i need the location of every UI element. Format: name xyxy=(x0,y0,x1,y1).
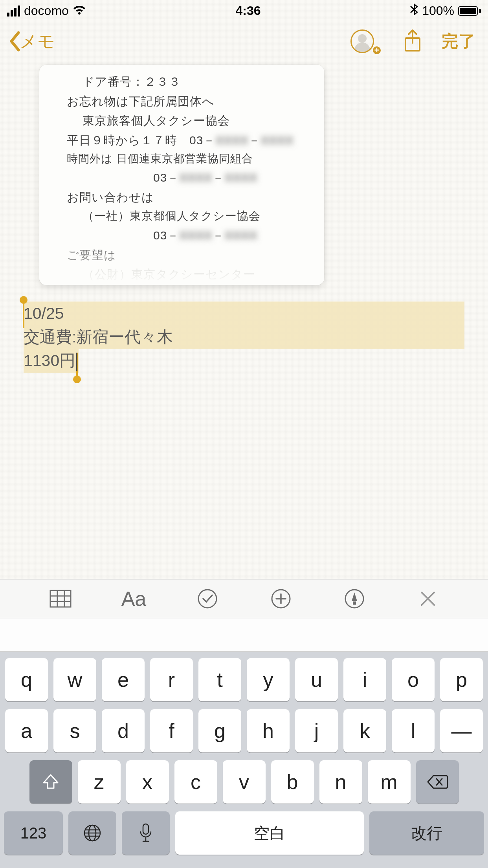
key-g[interactable]: g xyxy=(198,709,241,752)
text-caret xyxy=(76,353,77,371)
back-button[interactable]: メモ xyxy=(8,30,55,53)
key-r[interactable]: r xyxy=(150,658,193,701)
carrier-label: docomo xyxy=(24,4,69,18)
key-y[interactable]: y xyxy=(247,658,290,701)
receipt-line: 東京旅客個人タクシー協会 xyxy=(67,111,308,131)
keyboard-row: 123 空白 改行 xyxy=(4,811,484,855)
checklist-button[interactable] xyxy=(190,585,225,612)
share-person-button[interactable]: + xyxy=(345,29,380,53)
receipt-line: 03－XXXX－XXXX xyxy=(67,168,308,188)
receipt-line: ドア番号：２３３ xyxy=(67,72,308,92)
key-a[interactable]: a xyxy=(5,709,48,752)
keyboard-row: z x c v b n m xyxy=(4,760,484,804)
key-q[interactable]: q xyxy=(5,658,48,701)
note-line: 交通費:新宿ー代々木 xyxy=(24,325,464,349)
key-return[interactable]: 改行 xyxy=(369,811,484,855)
close-icon xyxy=(419,590,437,607)
battery-icon xyxy=(458,6,481,16)
receipt-line: （一社）東京都個人タクシー協会 xyxy=(67,207,308,226)
clock: 4:36 xyxy=(86,4,410,18)
selection-handle-end[interactable] xyxy=(73,375,81,383)
key-b[interactable]: b xyxy=(271,760,314,804)
key-dash[interactable]: — xyxy=(440,709,483,752)
globe-icon xyxy=(83,824,102,842)
key-dictation[interactable] xyxy=(122,811,170,855)
key-t[interactable]: t xyxy=(198,658,241,701)
close-toolbar-button[interactable] xyxy=(410,585,446,612)
key-backspace[interactable] xyxy=(416,760,459,804)
share-icon xyxy=(403,29,422,53)
table-icon xyxy=(50,590,72,608)
marker-circle-icon xyxy=(344,588,365,609)
plus-badge-icon: + xyxy=(372,45,382,55)
done-button[interactable]: 完了 xyxy=(442,30,476,52)
key-o[interactable]: o xyxy=(392,658,435,701)
key-e[interactable]: e xyxy=(102,658,145,701)
bluetooth-icon xyxy=(410,3,418,19)
share-button[interactable] xyxy=(395,29,430,53)
status-bar: docomo 4:36 100% xyxy=(0,0,488,22)
key-v[interactable]: v xyxy=(223,760,266,804)
chevron-left-icon xyxy=(8,31,21,51)
text-selection[interactable]: 10/25 交通費:新宿ー代々木 1130円 xyxy=(24,302,464,372)
key-s[interactable]: s xyxy=(53,709,96,752)
key-shift[interactable] xyxy=(29,760,72,804)
person-add-icon xyxy=(350,29,374,53)
key-n[interactable]: n xyxy=(319,760,362,804)
key-j[interactable]: j xyxy=(295,709,338,752)
shift-icon xyxy=(42,773,59,791)
receipt-line: 03－XXXX－XXXX xyxy=(67,226,308,245)
key-l[interactable]: l xyxy=(392,709,435,752)
plus-circle-icon xyxy=(271,588,291,609)
battery-percentage: 100% xyxy=(422,4,454,18)
keyboard-row: q w e r t y u i o p xyxy=(4,658,484,701)
key-m[interactable]: m xyxy=(368,760,411,804)
sketch-button[interactable] xyxy=(337,585,372,612)
key-h[interactable]: h xyxy=(247,709,290,752)
text-format-button[interactable]: Aa xyxy=(116,585,152,612)
keyboard-row: a s d f g h j k l — xyxy=(4,709,484,752)
key-w[interactable]: w xyxy=(53,658,96,701)
format-toolbar: Aa xyxy=(0,579,488,618)
note-editor[interactable]: ドア番号：２３３ お忘れ物は下記所属団体へ 東京旅客個人タクシー協会 平日９時か… xyxy=(0,65,488,579)
receipt-line: お問い合わせは xyxy=(67,188,308,207)
cellular-signal-icon xyxy=(7,6,20,17)
nav-bar: メモ + 完了 xyxy=(0,22,488,65)
svg-rect-8 xyxy=(143,824,149,834)
key-u[interactable]: u xyxy=(295,658,338,701)
svg-rect-5 xyxy=(353,601,356,605)
key-k[interactable]: k xyxy=(343,709,386,752)
keyboard: q w e r t y u i o p a s d f g h j k l — … xyxy=(0,652,488,868)
svg-point-2 xyxy=(198,590,216,608)
text-format-icon: Aa xyxy=(121,587,147,611)
key-p[interactable]: p xyxy=(440,658,483,701)
receipt-image[interactable]: ドア番号：２３３ お忘れ物は下記所属団体へ 東京旅客個人タクシー協会 平日９時か… xyxy=(39,65,324,285)
back-label: メモ xyxy=(20,30,55,53)
note-line: 1130円 xyxy=(24,349,464,372)
key-d[interactable]: d xyxy=(102,709,145,752)
receipt-line: ご要望は xyxy=(67,245,308,265)
backspace-icon xyxy=(426,774,448,790)
receipt-line: お忘れ物は下記所属団体へ xyxy=(67,92,308,111)
keyboard-suggestion-bar[interactable] xyxy=(0,618,488,652)
key-z[interactable]: z xyxy=(78,760,121,804)
wifi-icon xyxy=(73,6,86,16)
note-line: 10/25 xyxy=(24,302,464,325)
key-i[interactable]: i xyxy=(343,658,386,701)
key-globe[interactable] xyxy=(68,811,116,855)
receipt-line: 平日９時から１７時 03－XXXX－XXXX xyxy=(67,131,308,150)
checkmark-circle-icon xyxy=(197,588,218,609)
table-button[interactable] xyxy=(43,585,78,612)
key-x[interactable]: x xyxy=(126,760,169,804)
key-numbers[interactable]: 123 xyxy=(4,811,63,855)
receipt-line: 時間外は 日個連東京都営業協同組合 xyxy=(67,150,308,168)
key-f[interactable]: f xyxy=(150,709,193,752)
key-c[interactable]: c xyxy=(174,760,217,804)
microphone-icon xyxy=(139,823,152,843)
add-button[interactable] xyxy=(263,585,299,612)
svg-rect-1 xyxy=(50,590,71,607)
receipt-line: （公財）東京タクシーセンター xyxy=(67,265,308,284)
key-space[interactable]: 空白 xyxy=(175,811,364,855)
